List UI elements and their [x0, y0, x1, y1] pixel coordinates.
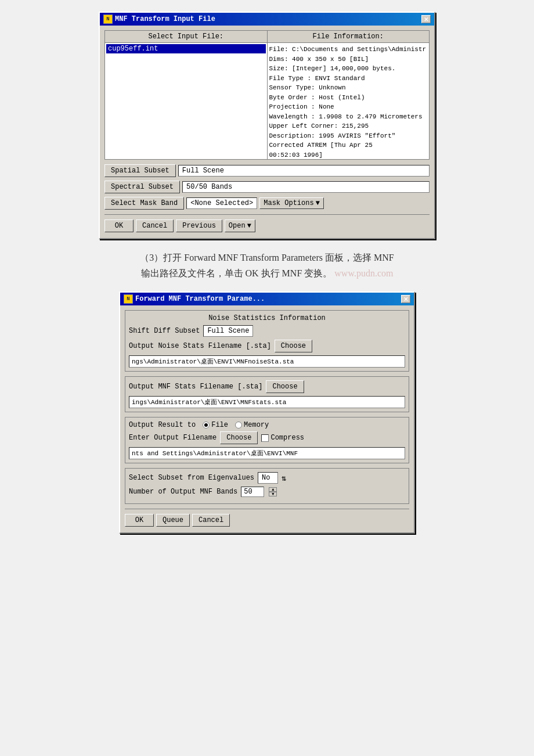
mnf-stats-section: Output MNF Stats Filename [.sta] Choose …: [125, 376, 409, 412]
file-radio-item[interactable]: File: [203, 421, 228, 429]
spatial-subset-value: Full Scene: [178, 165, 430, 177]
cancel-button-1[interactable]: Cancel: [136, 219, 174, 232]
mnf-input-dialog: N MNF Transform Input File ✕ Select Inpu…: [99, 12, 435, 239]
memory-radio-label: Memory: [244, 421, 269, 429]
mask-options-container: Mask Options ▼: [259, 197, 324, 209]
mask-options-label: Mask Options: [264, 199, 313, 207]
enter-output-row: Enter Output Filename Choose Compress: [129, 431, 405, 444]
subset-value: No: [258, 472, 278, 484]
spectral-subset-button[interactable]: Spectral Subset: [104, 181, 180, 193]
compress-checkbox-item[interactable]: Compress: [261, 434, 304, 442]
ok-button-2[interactable]: OK: [125, 514, 154, 527]
spectral-subset-value: 50/50 Bands: [182, 181, 430, 193]
page-container: N MNF Transform Input File ✕ Select Inpu…: [12, 12, 522, 534]
file-radio-label: File: [211, 421, 228, 429]
description-line2-text: 输出路径及文件名，单击 OK 执行 MNF 变换。: [141, 268, 333, 278]
sort-icon[interactable]: ⇅: [282, 473, 286, 483]
subset-eigenvalues-row: Select Subset from Eigenvalues No ⇅: [129, 472, 405, 484]
open-button[interactable]: Open ▼: [225, 219, 255, 232]
ok-button-1[interactable]: OK: [104, 219, 134, 232]
dialog2-title: Forward MNF Transform Parame...: [135, 295, 265, 303]
file-info-line-9: Description: 1995 AVIRIS "Effort": [269, 131, 428, 141]
spin-up[interactable]: ▲: [269, 487, 277, 492]
dialog2-bottom-buttons: OK Queue Cancel: [125, 512, 409, 528]
choose-mnf-button[interactable]: Choose: [266, 380, 304, 393]
num-bands-label: Number of Output MNF Bands: [129, 488, 237, 496]
memory-radio-item[interactable]: Memory: [235, 421, 269, 429]
open-label: Open: [229, 222, 246, 230]
dialog1-close-button[interactable]: ✕: [421, 15, 431, 23]
mask-band-value: <None Selected>: [186, 197, 257, 209]
dialog2-close-button[interactable]: ✕: [401, 295, 410, 303]
file-info-header: File Information:: [268, 31, 430, 43]
noise-stats-section: Noise Statistics Information Shift Diff …: [125, 310, 409, 372]
file-info-line-4: Sensor Type: Unknown: [269, 83, 428, 93]
title2-left: N Forward MNF Transform Parame...: [124, 294, 265, 304]
noise-stats-title: Noise Statistics Information: [129, 314, 405, 322]
select-input-header: Select Input File:: [105, 31, 267, 43]
mnf-filename-row: Output MNF Stats Filename [.sta] Choose: [129, 380, 405, 393]
cancel-button-2[interactable]: Cancel: [192, 514, 230, 527]
select-mask-band-button[interactable]: Select Mask Band: [104, 197, 184, 210]
file-info-line-11: 00:52:03 1996]: [269, 150, 428, 160]
dialog2-content: Noise Statistics Information Shift Diff …: [120, 305, 414, 532]
choose-output-button[interactable]: Choose: [220, 431, 258, 444]
num-bands-input[interactable]: 50: [241, 487, 264, 497]
noise-path[interactable]: ngs\Administrator\桌面\ENVI\MNFnoiseSta.st…: [129, 355, 405, 368]
spin-down[interactable]: ▼: [269, 492, 277, 496]
mnf-stats-path[interactable]: ings\Administrator\桌面\ENVI\MNFstats.sta: [129, 396, 405, 408]
file-list-section: Select Input File: cup95eff.int: [105, 31, 268, 159]
file-item-selected[interactable]: cup95eff.int: [106, 44, 266, 53]
output-mnf-label: Output MNF Stats Filename [.sta]: [129, 383, 262, 391]
file-list[interactable]: cup95eff.int: [105, 43, 267, 159]
input-file-body: Select Input File: cup95eff.int File Inf…: [104, 30, 430, 160]
shift-diff-value: Full Scene: [203, 325, 253, 337]
output-result-label: Output Result to: [129, 421, 196, 429]
spectral-subset-row: Spectral Subset 50/50 Bands: [104, 181, 430, 193]
watermark-text: www.pudn.com: [334, 268, 393, 278]
open-arrow: ▼: [247, 222, 251, 230]
shift-diff-label: Shift Diff Subset: [129, 327, 200, 335]
num-bands-row: Number of Output MNF Bands 50 ▲ ▼: [129, 487, 405, 497]
file-info-line-0: File: C:\Documents and Settings\Administ…: [269, 45, 428, 55]
output-path[interactable]: nts and Settings\Administrator\桌面\ENVI\M…: [129, 447, 405, 459]
spatial-subset-row: Spatial Subset Full Scene: [104, 164, 430, 177]
eigenvalues-section: Select Subset from Eigenvalues No ⇅ Numb…: [125, 468, 409, 504]
spatial-subset-button[interactable]: Spatial Subset: [104, 164, 176, 177]
output-result-row: Output Result to File Memory: [129, 421, 405, 429]
select-subset-label: Select Subset from Eigenvalues: [129, 474, 254, 482]
file-info-line-5: Byte Order : Host (Intel): [269, 93, 428, 103]
choose-noise-button[interactable]: Choose: [275, 340, 312, 352]
dialog1-bottom-buttons: OK Cancel Previous Open ▼: [104, 217, 430, 233]
num-bands-spinner[interactable]: ▲ ▼: [269, 487, 277, 496]
title-left: N MNF Transform Input File: [103, 15, 215, 24]
description-line2: 输出路径及文件名，单击 OK 执行 MNF 变换。 www.pudn.com: [140, 265, 394, 281]
file-info-line-10: Corrected ATREM [Thu Apr 25: [269, 141, 428, 150]
description-block: （3）打开 Forward MNF Transform Parameters 面…: [140, 250, 394, 281]
dialog1-titlebar: N MNF Transform Input File ✕: [100, 13, 434, 26]
dialog2-titlebar: N Forward MNF Transform Parame... ✕: [120, 293, 414, 305]
file-info-content: File: C:\Documents and Settings\Administ…: [268, 43, 430, 159]
noise-filename-row: Output Noise Stats Filename [.sta] Choos…: [129, 340, 405, 352]
mask-options-button[interactable]: Mask Options ▼: [259, 197, 324, 209]
mask-row: Select Mask Band <None Selected> Mask Op…: [104, 197, 430, 210]
mask-options-arrow: ▼: [316, 199, 320, 207]
compress-checkbox[interactable]: [261, 434, 269, 442]
file-radio-circle[interactable]: [203, 422, 210, 429]
dialog1-content: Select Input File: cup95eff.int File Inf…: [100, 26, 434, 238]
memory-radio-circle[interactable]: [235, 422, 242, 429]
description-line1: （3）打开 Forward MNF Transform Parameters 面…: [140, 250, 394, 265]
dialog2-divider: [125, 509, 409, 509]
shift-diff-row: Shift Diff Subset Full Scene: [129, 325, 405, 337]
file-info-line-1: Dims: 400 x 350 x 50 [BIL]: [269, 55, 428, 64]
file-info-line-6: Projection : None: [269, 102, 428, 112]
mnf-transform-dialog: N Forward MNF Transform Parame... ✕ Nois…: [119, 291, 415, 534]
dialog2-icon: N: [124, 294, 133, 304]
file-info-line-3: File Type : ENVI Standard: [269, 74, 428, 84]
file-info-line-2: Size: [Integer] 14,000,000 bytes.: [269, 64, 428, 74]
compress-label: Compress: [270, 434, 304, 442]
output-noise-label: Output Noise Stats Filename [.sta]: [129, 342, 271, 350]
queue-button[interactable]: Queue: [156, 514, 190, 527]
previous-button[interactable]: Previous: [176, 219, 222, 232]
dialog1-divider: [104, 214, 430, 215]
